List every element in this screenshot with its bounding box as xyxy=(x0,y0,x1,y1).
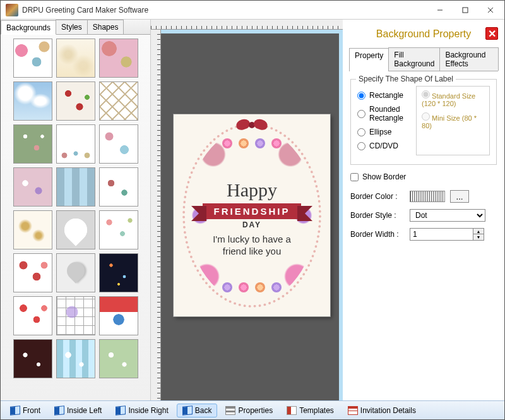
radio-cd-dvd[interactable]: CD/DVD xyxy=(357,141,403,150)
radio-cd-standard[interactable]: Standard Size (120 * 120) xyxy=(422,90,484,107)
border-width-input[interactable] xyxy=(410,228,473,241)
radio-ellipse[interactable]: Ellipse xyxy=(357,128,403,136)
view-back-button[interactable]: Back xyxy=(177,404,218,417)
close-button[interactable] xyxy=(478,1,503,19)
titlebar: DRPU Greeting Card Maker Software xyxy=(1,1,504,20)
property-tabs: Property Fill Background Background Effe… xyxy=(349,47,498,71)
bg-thumb[interactable] xyxy=(99,167,138,207)
bg-thumb[interactable] xyxy=(13,210,52,249)
bg-thumb[interactable] xyxy=(13,167,52,207)
border-style-label: Border Style : xyxy=(350,211,405,220)
panel-title: Background Property ✕ xyxy=(349,25,498,44)
spin-down-icon[interactable]: ▼ xyxy=(473,234,484,240)
spin-up-icon[interactable]: ▲ xyxy=(473,229,484,234)
invitation-icon xyxy=(348,406,358,415)
show-border-checkbox[interactable]: Show Border xyxy=(350,172,497,181)
panel-close-button[interactable]: ✕ xyxy=(485,27,498,40)
border-width-label: Border Width : xyxy=(350,230,405,239)
bg-thumb[interactable] xyxy=(56,296,95,335)
card-ribbon: FRIENDSHIP xyxy=(203,203,302,219)
card-icon xyxy=(54,405,64,416)
border-style-select[interactable]: Dot xyxy=(410,209,485,222)
border-color-label: Border Color : xyxy=(350,192,405,201)
bow-icon xyxy=(236,118,268,133)
selection-bar-h xyxy=(161,30,343,33)
thumbnail-grid xyxy=(3,39,148,378)
properties-button[interactable]: Properties xyxy=(220,404,278,417)
app-icon xyxy=(6,4,18,16)
bg-thumb[interactable] xyxy=(56,210,95,249)
thumbnail-scroll[interactable] xyxy=(1,35,150,400)
bg-thumb[interactable] xyxy=(99,296,138,335)
templates-icon xyxy=(287,406,297,415)
tab-background-effects[interactable]: Background Effects xyxy=(439,47,499,71)
bg-thumb[interactable] xyxy=(56,39,95,78)
ruler-vertical xyxy=(151,30,161,400)
bg-thumb[interactable] xyxy=(56,167,95,207)
cd-size-group: Standard Size (120 * 120) Mini Size (80 … xyxy=(416,86,490,155)
shape-legend: Specify The Shape Of Label xyxy=(356,75,456,83)
flower-row-top xyxy=(174,138,330,148)
radio-cd-mini[interactable]: Mini Size (80 * 80) xyxy=(422,112,484,129)
flower-row-bottom xyxy=(174,282,330,292)
shape-fieldset: Specify The Shape Of Label Rectangle Rou… xyxy=(350,79,497,165)
ruler-horizontal xyxy=(151,20,343,30)
bg-thumb[interactable] xyxy=(99,210,138,249)
tab-styles[interactable]: Styles xyxy=(56,20,88,34)
view-inside-right-button[interactable]: Inside Right xyxy=(110,404,174,417)
bg-thumb[interactable] xyxy=(56,339,95,378)
invitation-details-button[interactable]: Invitation Details xyxy=(342,404,422,417)
bg-thumb[interactable] xyxy=(56,124,95,164)
view-front-button[interactable]: Front xyxy=(4,404,46,417)
window-title: DRPU Greeting Card Maker Software xyxy=(22,6,427,15)
view-inside-left-button[interactable]: Inside Left xyxy=(49,404,107,417)
bg-thumb[interactable] xyxy=(99,39,138,78)
bottom-toolbar: Front Inside Left Inside Right Back Prop… xyxy=(1,400,504,419)
bg-thumb[interactable] xyxy=(13,253,52,292)
tab-fill-background[interactable]: Fill Background xyxy=(388,47,440,71)
bg-thumb[interactable] xyxy=(13,124,52,164)
tab-backgrounds[interactable]: Backgrounds xyxy=(1,20,56,35)
selection-bar-v xyxy=(339,30,343,400)
tab-property[interactable]: Property xyxy=(349,48,389,71)
card-icon xyxy=(10,405,20,416)
properties-icon xyxy=(225,406,235,415)
bg-thumb[interactable] xyxy=(13,296,52,335)
bg-thumb[interactable] xyxy=(99,81,138,121)
radio-rounded-rectangle[interactable]: Rounded Rectangle xyxy=(357,105,403,123)
canvas-area[interactable]: Happy FRIENDSHIP DAY I'm lucky to have a… xyxy=(161,30,343,400)
templates-button[interactable]: Templates xyxy=(281,404,340,417)
svg-rect-1 xyxy=(463,8,468,13)
border-color-swatch[interactable] xyxy=(410,191,445,202)
bg-thumb[interactable] xyxy=(13,81,52,121)
bg-thumb[interactable] xyxy=(13,39,52,78)
canvas-panel: Happy FRIENDSHIP DAY I'm lucky to have a… xyxy=(151,20,343,400)
greeting-card[interactable]: Happy FRIENDSHIP DAY I'm lucky to have a… xyxy=(174,114,330,316)
maximize-button[interactable] xyxy=(453,1,478,19)
minimize-button[interactable] xyxy=(427,1,453,19)
bg-thumb[interactable] xyxy=(99,124,138,164)
bg-thumb[interactable] xyxy=(56,81,95,121)
bg-thumb[interactable] xyxy=(99,339,138,378)
border-width-spinner[interactable]: ▲ ▼ xyxy=(410,228,484,241)
card-icon xyxy=(182,405,193,416)
border-color-more-button[interactable]: ... xyxy=(450,190,469,203)
card-icon xyxy=(116,405,126,416)
left-panel: Backgrounds Styles Shapes xyxy=(1,20,151,400)
bg-thumb[interactable] xyxy=(13,339,52,378)
bg-thumb[interactable] xyxy=(56,253,95,292)
properties-panel: Background Property ✕ Property Fill Back… xyxy=(343,20,504,400)
left-tabs: Backgrounds Styles Shapes xyxy=(1,20,150,35)
radio-rectangle[interactable]: Rectangle xyxy=(357,91,403,100)
tab-shapes[interactable]: Shapes xyxy=(87,20,124,34)
bg-thumb[interactable] xyxy=(99,253,138,292)
